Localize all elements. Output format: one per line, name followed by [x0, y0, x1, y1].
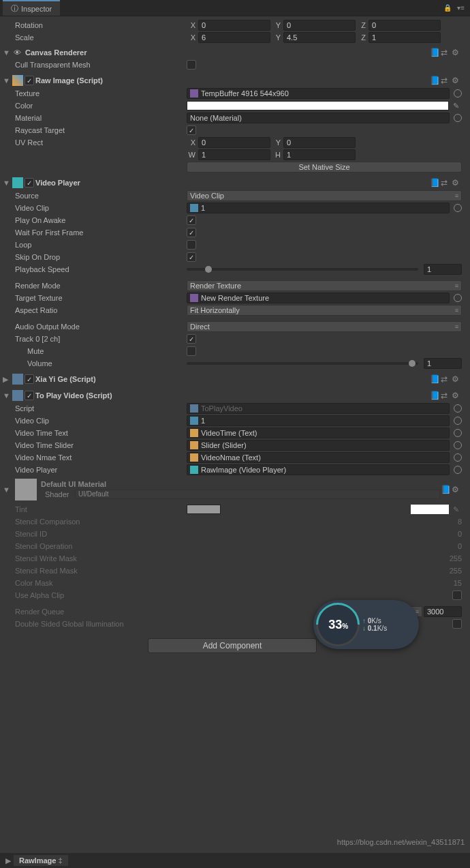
- play-awake-checkbox[interactable]: [187, 215, 196, 225]
- material-field[interactable]: None (Material): [187, 113, 450, 123]
- player-field[interactable]: RawImage (Video Player): [187, 464, 450, 475]
- mute-checkbox[interactable]: [187, 346, 196, 356]
- preset-icon[interactable]: ⇄: [440, 48, 451, 57]
- gear-icon[interactable]: ⚙: [451, 485, 462, 494]
- foldout-raw-image[interactable]: ▼: [3, 76, 11, 85]
- object-picker-icon[interactable]: [454, 114, 462, 122]
- rotation-z[interactable]: [369, 20, 441, 31]
- videoplayer-icon: [190, 466, 198, 474]
- color-field[interactable]: [187, 101, 449, 110]
- help-icon[interactable]: 📘: [429, 76, 440, 85]
- object-picker-icon[interactable]: [454, 89, 462, 98]
- slider-label: Video Time Slider: [3, 441, 187, 449]
- help-icon[interactable]: 📘: [429, 178, 440, 188]
- speed-slider[interactable]: [187, 268, 418, 271]
- object-picker-icon[interactable]: [454, 429, 462, 437]
- volume-label: Volume: [3, 359, 187, 368]
- inspector-tab[interactable]: ⓘ Inspector: [3, 0, 60, 16]
- foldout-material[interactable]: ▼: [3, 485, 11, 494]
- foldout-canvas-renderer[interactable]: ▼: [3, 48, 11, 57]
- add-component-button[interactable]: Add Component: [148, 638, 317, 653]
- nametext-label: Video Nmae Text: [3, 453, 187, 462]
- help-icon[interactable]: 📘: [429, 374, 440, 384]
- scale-z[interactable]: [369, 32, 441, 43]
- gear-icon[interactable]: ⚙: [451, 76, 462, 85]
- cull-checkbox[interactable]: [187, 60, 196, 70]
- rotation-x[interactable]: [198, 20, 270, 31]
- mute-label: Mute: [3, 347, 187, 355]
- foldout-video-player[interactable]: ▼: [3, 179, 11, 187]
- object-picker-icon[interactable]: [454, 294, 462, 302]
- object-picker-icon[interactable]: [454, 453, 462, 462]
- object-picker-icon[interactable]: [454, 204, 462, 212]
- tab-menu-icon[interactable]: ▾≡: [454, 4, 467, 12]
- object-picker-icon[interactable]: [454, 404, 462, 413]
- skip-checkbox[interactable]: [187, 252, 196, 262]
- eyedropper-icon[interactable]: ✎: [450, 102, 462, 110]
- rotation-y[interactable]: [283, 20, 356, 31]
- set-native-size-button[interactable]: Set Native Size: [187, 162, 462, 173]
- loop-checkbox[interactable]: [187, 240, 196, 250]
- toplay-clip-label: Video Clip: [3, 417, 187, 425]
- uvrect-h[interactable]: [283, 149, 356, 160]
- speed-value[interactable]: [424, 264, 462, 275]
- shader-dropdown[interactable]: UI/Default: [75, 490, 440, 499]
- preview-tab[interactable]: RawImage: [14, 855, 68, 866]
- targettex-field[interactable]: New Render Texture: [187, 293, 450, 303]
- help-icon[interactable]: 📘: [429, 48, 440, 57]
- loop-label: Loop: [3, 241, 187, 249]
- skip-label: Skip On Drop: [3, 253, 187, 261]
- uvrect-w[interactable]: [198, 149, 270, 160]
- speed-overlay: 33% ↑ 0K/s ↓ 0.1K/s: [313, 600, 419, 649]
- preset-icon[interactable]: ⇄: [440, 374, 451, 384]
- audiomode-dropdown[interactable]: Direct: [187, 321, 462, 332]
- toplay-enable[interactable]: [25, 391, 34, 400]
- object-picker-icon[interactable]: [454, 441, 462, 449]
- help-icon[interactable]: 📘: [440, 485, 451, 494]
- aspect-dropdown[interactable]: Fit Horizontally: [187, 305, 462, 316]
- foldout-toplay[interactable]: ▼: [3, 391, 11, 400]
- volume-value[interactable]: [424, 358, 462, 369]
- foldout-xia[interactable]: ▶: [3, 375, 11, 384]
- stencilid-value: 0: [458, 530, 462, 538]
- scale-x[interactable]: [198, 32, 270, 43]
- xia-enable[interactable]: [25, 374, 34, 384]
- gear-icon[interactable]: ⚙: [451, 48, 462, 57]
- doublesided-checkbox: [452, 619, 462, 629]
- video-player-enable[interactable]: [25, 178, 34, 188]
- video-player-title: Video Player: [34, 179, 80, 187]
- preset-icon[interactable]: ⇄: [440, 391, 451, 400]
- readmask-value: 255: [450, 567, 462, 575]
- lock-icon[interactable]: 🔒: [441, 4, 454, 12]
- videoclip-field[interactable]: 1: [187, 203, 450, 213]
- uvrect-y[interactable]: [283, 137, 356, 148]
- scale-label: Scale: [3, 33, 187, 42]
- texture-field[interactable]: TempBuffer 4916 544x960: [187, 88, 450, 99]
- raw-image-enable[interactable]: [25, 76, 34, 85]
- writemask-value: 255: [450, 554, 462, 563]
- gear-icon[interactable]: ⚙: [451, 178, 462, 188]
- uvrect-label: UV Rect: [3, 138, 187, 147]
- stencilcomp-value: 8: [458, 518, 462, 526]
- scale-y[interactable]: [283, 32, 356, 43]
- object-picker-icon[interactable]: [454, 417, 462, 425]
- volume-slider[interactable]: [187, 362, 418, 365]
- track-checkbox[interactable]: [187, 334, 196, 344]
- gear-icon[interactable]: ⚙: [451, 374, 462, 384]
- rendermode-dropdown[interactable]: Render Texture: [187, 280, 462, 291]
- preset-icon[interactable]: ⇄: [440, 178, 451, 188]
- slider-field[interactable]: Slider (Slider): [187, 440, 450, 451]
- object-picker-icon[interactable]: [454, 466, 462, 474]
- script-icon: [12, 390, 23, 401]
- gear-icon[interactable]: ⚙: [451, 391, 462, 400]
- nametext-field[interactable]: VideoNmae (Text): [187, 452, 450, 463]
- help-icon[interactable]: 📘: [429, 391, 440, 400]
- source-dropdown[interactable]: Video Clip: [187, 190, 462, 201]
- uvrect-x[interactable]: [198, 137, 270, 148]
- timetext-field[interactable]: VideoTime (Text): [187, 428, 450, 438]
- preset-icon[interactable]: ⇄: [440, 76, 451, 85]
- wait-first-checkbox[interactable]: [187, 228, 196, 237]
- toplay-clip-field[interactable]: 1: [187, 415, 450, 426]
- foldout-preview[interactable]: ▶: [5, 856, 14, 865]
- raycast-checkbox[interactable]: [187, 125, 196, 135]
